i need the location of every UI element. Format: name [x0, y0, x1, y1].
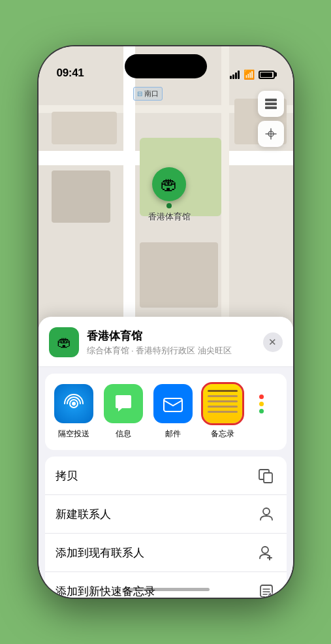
wifi-icon: 📶 [244, 69, 255, 80]
signal-icon [230, 71, 240, 79]
add-contact-icon [257, 543, 276, 562]
svg-rect-0 [265, 99, 277, 101]
copy-action[interactable]: 拷贝 [45, 457, 287, 495]
add-contact-action[interactable]: 添加到现有联系人 [45, 534, 287, 572]
bottom-sheet: 🏟 香港体育馆 综合体育馆 · 香港特别行政区 油尖旺区 ✕ [39, 317, 293, 598]
message-icon [104, 384, 143, 423]
share-airdrop[interactable]: 隔空投送 [50, 384, 97, 440]
add-contact-label: 添加到现有联系人 [55, 545, 144, 560]
svg-point-8 [263, 508, 270, 515]
pin-label: 香港体育馆 [148, 211, 191, 223]
quick-note-icon [257, 581, 276, 598]
map-block1 [52, 112, 117, 144]
map-area[interactable]: ⊟ 南口 🏟 [39, 46, 293, 327]
svg-rect-7 [264, 473, 272, 483]
action-list: 拷贝 新建联系人 [45, 457, 287, 598]
map-block3 [140, 242, 218, 308]
copy-label: 拷贝 [55, 468, 78, 483]
new-contact-label: 新建联系人 [55, 507, 111, 522]
phone-screen: 09:41 📶 [39, 46, 293, 598]
status-time: 09:41 [57, 67, 84, 80]
map-label: ⊟ 南口 [133, 87, 163, 101]
share-mail[interactable]: 邮件 [150, 384, 197, 440]
map-layers-button[interactable] [258, 91, 284, 117]
phone-frame: 09:41 📶 [39, 46, 293, 598]
airdrop-label: 隔空投送 [58, 428, 89, 440]
venue-icon: 🏟 [49, 327, 79, 357]
notes-label: 备忘录 [211, 428, 234, 440]
pin-circle: 🏟 [152, 167, 186, 201]
message-label: 信息 [116, 428, 131, 440]
close-button[interactable]: ✕ [263, 332, 283, 352]
home-indicator [122, 588, 210, 591]
share-message[interactable]: 信息 [100, 384, 147, 440]
map-road-v2 [221, 46, 229, 327]
message-symbol [112, 393, 134, 415]
map-block2 [52, 170, 110, 223]
location-icon [265, 128, 277, 140]
venue-name: 香港体育馆 [87, 329, 255, 344]
new-contact-icon [257, 504, 276, 524]
new-contact-action[interactable]: 新建联系人 [45, 495, 287, 534]
dynamic-island [125, 54, 207, 78]
stadium-icon: 🏟 [161, 174, 178, 195]
venue-pin[interactable]: 🏟 香港体育馆 [148, 167, 191, 223]
venue-info: 香港体育馆 综合体育馆 · 香港特别行政区 油尖旺区 [87, 329, 255, 357]
mail-label: 邮件 [165, 428, 181, 440]
location-button[interactable] [258, 121, 284, 147]
quick-note-action[interactable]: 添加到新快速备忘录 [45, 572, 287, 598]
mail-icon [153, 384, 193, 423]
svg-rect-2 [265, 106, 277, 109]
svg-point-9 [262, 547, 268, 553]
airdrop-symbol [62, 392, 86, 415]
pin-dot [166, 203, 172, 208]
copy-icon [257, 466, 276, 485]
share-more[interactable] [249, 384, 275, 440]
mail-symbol [161, 392, 185, 415]
venue-header: 🏟 香港体育馆 综合体育馆 · 香港特别行政区 油尖旺区 ✕ [39, 317, 293, 367]
more-icon [249, 384, 275, 423]
venue-description: 综合体育馆 · 香港特别行政区 油尖旺区 [87, 345, 255, 357]
status-icons: 📶 [230, 69, 275, 80]
map-layers-icon [264, 97, 278, 111]
svg-rect-1 [265, 103, 277, 105]
airdrop-icon [54, 384, 93, 423]
notes-icon [203, 384, 242, 423]
share-notes[interactable]: 备忘录 [199, 384, 246, 440]
svg-point-5 [72, 402, 76, 406]
battery-icon [259, 71, 275, 79]
share-options-row: 隔空投送 信息 [45, 374, 287, 450]
